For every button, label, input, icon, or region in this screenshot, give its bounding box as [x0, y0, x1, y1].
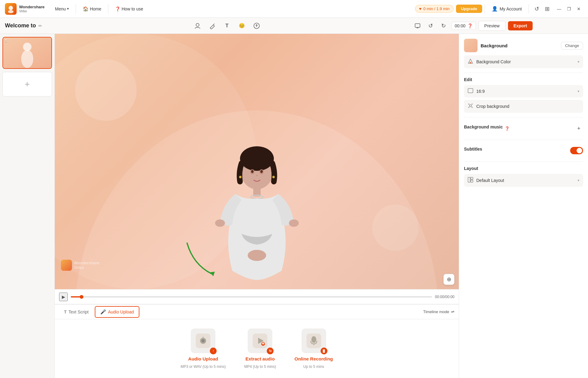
background-section: Background Change Background Color ▾ Edi…: [464, 39, 583, 187]
secondary-toolbar: Welcome to ✏ T 😊 ↺ ↻ 00:00 ❓ Preview Exp…: [0, 18, 588, 34]
bottom-panel: T Text Script 🎤 Audio Upload Timeline mo…: [55, 304, 459, 378]
crop-background-row[interactable]: Crop background: [464, 100, 583, 113]
background-music-row: Background music ❓ +: [464, 122, 583, 135]
slide-thumbnail-1: [3, 37, 51, 68]
background-color-chevron: ▾: [578, 60, 579, 64]
default-layout-label: Default Layout: [476, 178, 574, 183]
divider-1: [464, 73, 583, 73]
background-music-title: Background music: [464, 124, 503, 129]
subtitles-title: Subtitles: [464, 147, 482, 152]
svg-rect-6: [415, 24, 420, 27]
video-canvas: WondershareVirbo ⊕: [55, 34, 459, 289]
audio-upload-title: Audio Upload: [188, 356, 218, 361]
aspect-ratio-label: 16:9: [476, 89, 574, 94]
text-tool[interactable]: T: [222, 20, 233, 31]
upgrade-button[interactable]: Upgrade: [456, 5, 482, 13]
extract-audio-option[interactable]: ↻ Extract audio MP4 (Up to 5 mins): [244, 329, 276, 369]
add-slide-button[interactable]: +: [2, 72, 52, 96]
crop-background-icon: [468, 103, 473, 110]
background-thumbnail: [464, 39, 478, 52]
audio-upload-area: ↑ Audio Upload MP3 or WAV (Up to 5 mins): [55, 319, 459, 378]
restore-button[interactable]: ❐: [565, 5, 573, 13]
emoji-tool[interactable]: 😊: [236, 20, 247, 31]
svg-point-14: [240, 146, 274, 171]
timeline-mode-toggle[interactable]: Timeline mode ⇌: [423, 309, 454, 314]
svg-point-28: [202, 339, 205, 342]
grid-button[interactable]: ⊞: [542, 4, 552, 14]
nav-separator-1: [76, 4, 76, 14]
background-color-icon: [468, 58, 473, 65]
progress-track[interactable]: [71, 296, 432, 297]
svg-point-23: [260, 170, 263, 173]
title-edit-icon[interactable]: ✏: [38, 23, 42, 28]
home-button[interactable]: 🏠 Home: [78, 4, 106, 14]
how-to-use-button[interactable]: ❓ How to use: [111, 5, 147, 13]
zoom-button[interactable]: ⊕: [443, 274, 454, 285]
export-button[interactable]: Export: [508, 21, 533, 30]
svg-point-1: [9, 6, 13, 10]
brush-tool[interactable]: [207, 20, 218, 31]
background-color-row[interactable]: Background Color ▾: [464, 55, 583, 68]
background-music-add-button[interactable]: +: [574, 124, 583, 133]
page-title: Welcome to: [5, 22, 36, 29]
aspect-ratio-chevron: ▾: [578, 89, 579, 93]
canvas-area: WondershareVirbo ⊕ ▶ 00:00/00:00: [55, 34, 459, 304]
slide-item-1[interactable]: 1: [2, 37, 52, 69]
minimize-button[interactable]: —: [555, 5, 563, 13]
close-button[interactable]: ✕: [574, 5, 583, 13]
extract-audio-title: Extract audio: [246, 356, 275, 361]
right-panel: Background Change Background Color ▾ Edi…: [459, 34, 588, 378]
svg-point-22: [251, 170, 254, 173]
bg-shape-1: [75, 59, 137, 121]
online-recording-icon-container: ▐▌: [302, 329, 326, 353]
upload-tool[interactable]: [251, 20, 262, 31]
background-color-label: Background Color: [476, 59, 574, 64]
online-recording-subtitle: Up to 5 mins: [303, 364, 324, 369]
svg-rect-39: [470, 105, 471, 107]
watermark-icon: [61, 260, 72, 271]
online-recording-title: Online Recording: [294, 356, 333, 361]
default-layout-chevron: ▾: [578, 178, 579, 183]
audio-upload-tab[interactable]: 🎤 Audio Upload: [95, 306, 139, 318]
redo-button[interactable]: ↻: [438, 21, 449, 31]
bg-shape-2: [372, 205, 418, 251]
online-recording-option[interactable]: ▐▌ Online Recording Up to 5 mins: [294, 329, 333, 369]
background-music-help-icon: ❓: [505, 126, 510, 131]
playback-bar: ▶ 00:00/00:00: [55, 289, 459, 304]
nav-separator-2: [108, 4, 108, 14]
history-button[interactable]: ↺: [531, 4, 542, 14]
divider-4: [464, 161, 583, 162]
aspect-ratio-row[interactable]: 16:9 ▾: [464, 85, 583, 97]
slide-panel: 1 +: [0, 34, 55, 378]
text-script-tab[interactable]: T Text Script: [59, 307, 94, 317]
toolbar-right: ↺ ↻ 00:00 ❓ Preview Export: [412, 20, 533, 31]
nav-separator-3: [485, 4, 485, 14]
extract-audio-badge: ↻: [267, 348, 274, 354]
divider-2: [464, 117, 583, 117]
svg-point-24: [239, 176, 242, 178]
svg-rect-40: [468, 177, 470, 182]
divider-3: [464, 140, 583, 140]
subtitles-toggle[interactable]: [570, 147, 583, 154]
background-title: Background: [481, 43, 508, 48]
undo-button[interactable]: ↺: [426, 21, 436, 31]
svg-point-35: [311, 336, 316, 343]
background-change-button[interactable]: Change: [561, 42, 583, 49]
time-display: 00:00 ❓: [451, 22, 476, 30]
svg-point-9: [23, 43, 31, 51]
nav-separator-4: [529, 4, 529, 14]
my-account-area[interactable]: 👤 My Account: [487, 4, 526, 14]
preview-button[interactable]: Preview: [478, 21, 506, 31]
audio-upload-option[interactable]: ↑ Audio Upload MP3 or WAV (Up to 5 mins): [181, 329, 226, 369]
svg-point-19: [248, 250, 266, 261]
extract-audio-icon-container: ↻: [248, 329, 272, 353]
avatar-tool[interactable]: [192, 20, 203, 31]
edit-section-title: Edit: [464, 77, 583, 82]
logo-text: Wondershare Virbo: [19, 5, 45, 13]
menu-button[interactable]: Menu ▾: [51, 5, 73, 13]
default-layout-row[interactable]: Default Layout ▾: [464, 174, 583, 187]
screen-icon-btn[interactable]: [412, 20, 423, 31]
svg-point-3: [196, 23, 199, 26]
play-button[interactable]: ▶: [59, 293, 68, 301]
audio-upload-icon-container: ↑: [191, 329, 215, 353]
